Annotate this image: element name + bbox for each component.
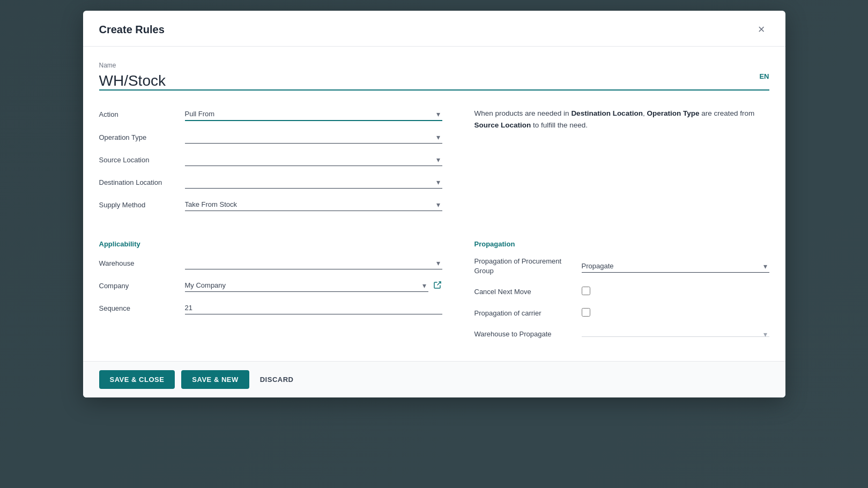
supply-method-label: Supply Method [99, 201, 185, 209]
procurement-group-select-wrapper: Propagate Leave Empty Fix ▾ [582, 260, 769, 273]
cancel-next-move-label: Cancel Next Move [474, 287, 582, 297]
name-label: Name [99, 62, 769, 69]
action-label: Action [99, 110, 185, 118]
applicability-col: Applicability Warehouse ▾ [99, 240, 442, 350]
modal-footer: SAVE & CLOSE SAVE & NEW DISCARD [83, 361, 785, 397]
propagation-col: Propagation Propagation of Procurement G… [474, 240, 769, 350]
lower-section: Applicability Warehouse ▾ [99, 240, 769, 350]
warehouse-to-propagate-row: Warehouse to Propagate ▾ [474, 329, 769, 339]
operation-type-select-wrapper: ▾ [185, 131, 442, 144]
operation-type-label: Operation Type [99, 133, 185, 141]
language-badge[interactable]: EN [759, 72, 769, 80]
destination-location-row: Destination Location ▾ [99, 176, 442, 189]
company-label: Company [99, 282, 185, 290]
source-location-label: Source Location [99, 156, 185, 164]
supply-method-select-wrapper: Take From Stock Trigger Another Rule Tak… [185, 198, 442, 211]
company-row: Company My Company ▾ [99, 279, 442, 292]
modal-body: Name EN Action [83, 47, 785, 361]
source-location-select[interactable] [185, 153, 442, 166]
description-col: When products are needed in Destination … [474, 108, 769, 221]
procurement-group-select[interactable]: Propagate Leave Empty Fix [582, 260, 769, 272]
warehouse-label: Warehouse [99, 259, 185, 267]
supply-method-row: Supply Method Take From Stock Trigger An… [99, 198, 442, 211]
company-select[interactable]: My Company [185, 279, 428, 291]
source-location-highlight: Source Location [474, 121, 531, 129]
source-location-row: Source Location ▾ [99, 153, 442, 166]
operation-type-highlight: Operation Type [647, 109, 699, 117]
warehouse-to-propagate-wrapper: ▾ [582, 332, 769, 337]
save-new-button[interactable]: SAVE & NEW [181, 370, 249, 389]
propagation-heading: Propagation [474, 240, 769, 248]
operation-type-row: Operation Type ▾ [99, 131, 442, 144]
action-section: Action Pull From Push To Pull & Push ▾ [99, 108, 769, 221]
sequence-input[interactable] [185, 302, 442, 314]
name-input[interactable] [99, 72, 291, 89]
warehouse-select-wrapper: ▾ [185, 257, 442, 269]
action-select[interactable]: Pull From Push To Pull & Push [185, 108, 442, 120]
cancel-next-move-checkbox[interactable] [582, 287, 590, 295]
discard-button[interactable]: DISCARD [256, 370, 298, 389]
warehouse-select[interactable] [185, 257, 442, 269]
warehouse-row: Warehouse ▾ [99, 257, 442, 269]
modal-title: Create Rules [99, 24, 165, 36]
company-select-wrapper: My Company ▾ [185, 279, 428, 292]
sequence-label: Sequence [99, 304, 185, 312]
propagation-carrier-row: Propagation of carrier [474, 308, 769, 319]
action-row: Action Pull From Push To Pull & Push ▾ [99, 108, 442, 121]
name-section: Name EN [99, 62, 769, 91]
applicability-heading: Applicability [99, 240, 442, 248]
source-location-select-wrapper: ▾ [185, 153, 442, 166]
propagation-carrier-checkbox[interactable] [582, 308, 590, 317]
supply-method-select[interactable]: Take From Stock Trigger Another Rule Tak… [185, 198, 442, 211]
cancel-next-move-row: Cancel Next Move [474, 287, 769, 297]
warehouse-to-propagate-dropdown-icon: ▾ [763, 330, 767, 339]
company-control: My Company ▾ [185, 279, 442, 292]
procurement-group-label: Propagation of Procurement Group [474, 257, 582, 276]
save-close-button[interactable]: SAVE & CLOSE [99, 370, 175, 389]
propagation-carrier-label: Propagation of carrier [474, 309, 582, 318]
dest-location-highlight: Destination Location [571, 109, 643, 117]
action-select-wrapper: Pull From Push To Pull & Push ▾ [185, 108, 442, 121]
procurement-group-row: Propagation of Procurement Group Propaga… [474, 257, 769, 276]
destination-location-label: Destination Location [99, 178, 185, 186]
modal-close-button[interactable]: × [754, 21, 769, 37]
destination-location-select-wrapper: ▾ [185, 176, 442, 189]
warehouse-to-propagate-label: Warehouse to Propagate [474, 329, 582, 339]
company-external-link-button[interactable] [433, 280, 442, 291]
sequence-row: Sequence [99, 302, 442, 314]
form-fields-col: Action Pull From Push To Pull & Push ▾ [99, 108, 442, 221]
operation-type-select[interactable] [185, 131, 442, 143]
destination-location-select[interactable] [185, 176, 442, 188]
description-text: When products are needed in Destination … [474, 108, 769, 131]
external-link-icon [434, 281, 441, 289]
